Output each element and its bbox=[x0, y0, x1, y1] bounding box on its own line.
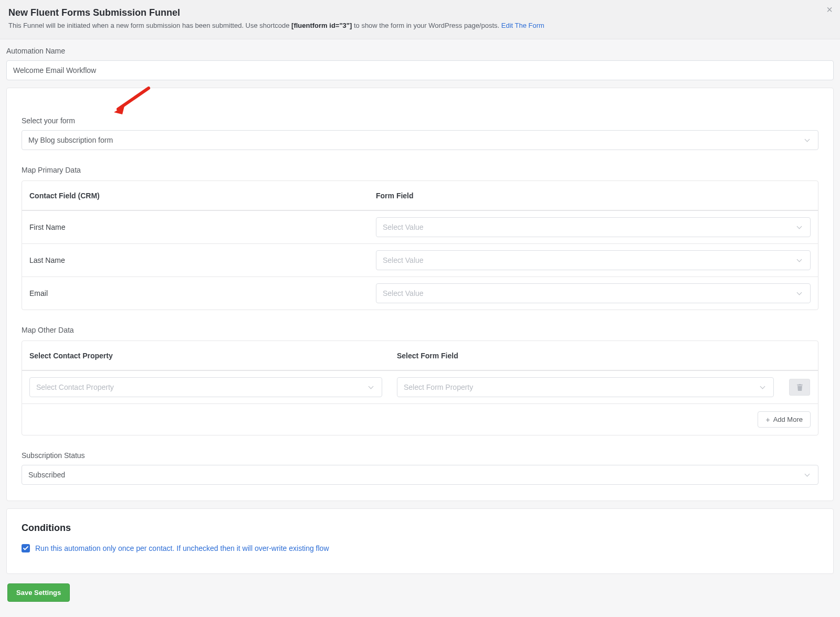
check-icon bbox=[23, 546, 28, 550]
close-icon[interactable]: × bbox=[826, 4, 833, 15]
page-header: × New Fluent Forms Submission Funnel Thi… bbox=[0, 0, 840, 39]
svg-marker-1 bbox=[114, 106, 124, 114]
form-select-value: My Blog subscription form bbox=[28, 136, 113, 144]
map-primary-heading: Map Primary Data bbox=[22, 166, 818, 174]
map-primary-col2-header: Form Field bbox=[369, 185, 818, 206]
table-row: Email Select Value bbox=[22, 276, 818, 310]
chevron-down-icon bbox=[804, 136, 812, 144]
automation-name-label: Automation Name bbox=[6, 47, 834, 55]
edit-form-link[interactable]: Edit The Form bbox=[501, 22, 544, 29]
map-primary-col1-header: Contact Field (CRM) bbox=[22, 185, 369, 206]
shortcode-text: [fluentform id="3"] bbox=[291, 22, 352, 29]
subtitle-text-before: This Funnel will be initiated when a new… bbox=[8, 22, 291, 29]
contact-field-label: Email bbox=[22, 283, 369, 304]
select-placeholder: Select Value bbox=[383, 256, 424, 264]
subtitle-text-after: to show the form in your WordPress page/… bbox=[354, 22, 501, 29]
save-settings-button[interactable]: Save Settings bbox=[7, 583, 70, 602]
contact-property-select[interactable]: Select Contact Property bbox=[29, 377, 382, 397]
select-placeholder: Select Value bbox=[383, 289, 424, 297]
form-field-select-first-name[interactable]: Select Value bbox=[376, 217, 811, 237]
select-placeholder: Select Form Property bbox=[404, 383, 473, 391]
plus-icon: + bbox=[765, 416, 770, 423]
table-row: Select Contact Property Select Form Prop… bbox=[22, 370, 818, 403]
chevron-down-icon bbox=[796, 224, 804, 231]
select-placeholder: Select Contact Property bbox=[36, 383, 114, 391]
chevron-down-icon bbox=[760, 384, 767, 391]
map-other-col1-header: Select Contact Property bbox=[22, 345, 390, 366]
map-other-heading: Map Other Data bbox=[22, 326, 818, 334]
svg-line-0 bbox=[118, 88, 149, 109]
form-field-select-email[interactable]: Select Value bbox=[376, 283, 811, 303]
table-row: First Name Select Value bbox=[22, 210, 818, 243]
select-form-label: Select your form bbox=[22, 116, 818, 125]
add-more-label: Add More bbox=[773, 416, 803, 423]
form-field-select-last-name[interactable]: Select Value bbox=[376, 250, 811, 270]
subscription-status-select[interactable]: Subscribed bbox=[22, 465, 818, 485]
form-property-select[interactable]: Select Form Property bbox=[397, 377, 774, 397]
page-title: New Fluent Forms Submission Funnel bbox=[8, 7, 832, 18]
form-config-panel: Select your form My Blog subscription fo… bbox=[6, 88, 834, 501]
conditions-title: Conditions bbox=[22, 523, 818, 534]
map-primary-table: Contact Field (CRM) Form Field First Nam… bbox=[22, 180, 818, 310]
select-placeholder: Select Value bbox=[383, 223, 424, 231]
contact-field-label: Last Name bbox=[22, 250, 369, 271]
chevron-down-icon bbox=[368, 384, 375, 391]
trash-icon bbox=[796, 384, 803, 391]
page-subtitle: This Funnel will be initiated when a new… bbox=[8, 22, 832, 29]
contact-field-label: First Name bbox=[22, 217, 369, 238]
delete-row-button[interactable] bbox=[789, 379, 810, 396]
form-select[interactable]: My Blog subscription form bbox=[22, 130, 818, 150]
chevron-down-icon bbox=[804, 471, 812, 478]
subscription-status-value: Subscribed bbox=[28, 471, 65, 479]
subscription-status-label: Subscription Status bbox=[22, 451, 818, 460]
chevron-down-icon bbox=[796, 257, 804, 264]
map-other-col2-header: Select Form Field bbox=[390, 345, 781, 366]
conditions-panel: Conditions Run this automation only once… bbox=[6, 508, 834, 574]
table-row: Last Name Select Value bbox=[22, 243, 818, 276]
map-other-table: Select Contact Property Select Form Fiel… bbox=[22, 341, 818, 435]
chevron-down-icon bbox=[796, 290, 804, 297]
run-once-label[interactable]: Run this automation only once per contac… bbox=[35, 544, 329, 552]
automation-name-input[interactable] bbox=[6, 60, 834, 80]
add-more-button[interactable]: + Add More bbox=[758, 411, 811, 428]
run-once-checkbox[interactable] bbox=[22, 544, 30, 552]
annotation-arrow-icon bbox=[112, 86, 154, 115]
